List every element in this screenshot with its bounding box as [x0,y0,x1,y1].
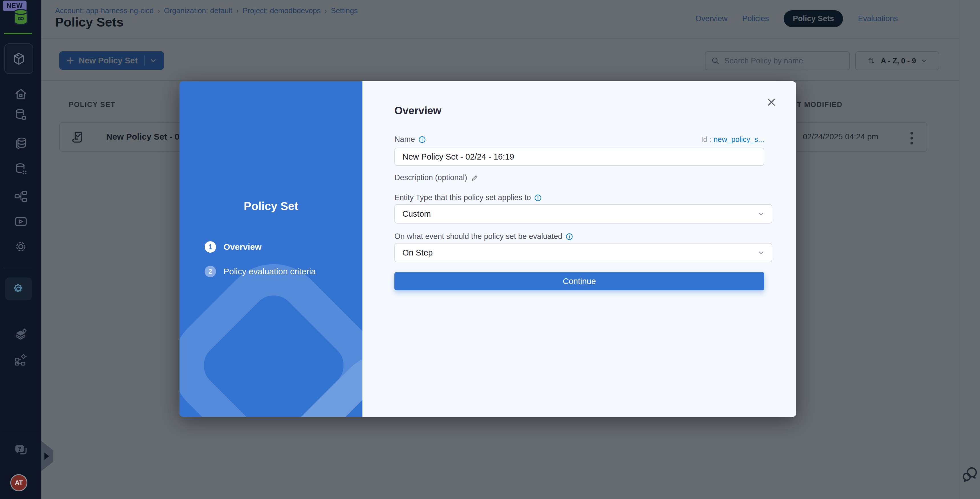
sidebar-item-pipelines[interactable] [0,190,41,203]
edit-pencil-icon[interactable] [471,174,479,182]
info-icon[interactable] [418,136,426,143]
database-gear-icon [14,108,28,122]
name-input[interactable] [395,148,764,166]
sidebar-divider [4,268,32,268]
entity-type-label: Entity Type that this policy set applies… [395,193,531,202]
entity-id: Id : new_policy_s... [701,135,764,144]
policy-sets-page: Account: app-harness-ng-cicd › Organizat… [0,0,980,499]
sidebar-item-environments[interactable] [0,328,41,341]
layers-gear-icon [14,328,28,341]
svg-text:?: ? [18,446,21,452]
user-avatar[interactable]: AT [10,474,27,491]
svg-text:∞: ∞ [17,13,25,23]
event-label: On what event should the policy set be e… [395,232,562,241]
sidebar-item-home[interactable] [0,87,41,101]
wizard-steps: 1 Overview 2 Policy evaluation criteria [205,241,316,290]
policy-set-wizard-modal: Policy Set 1 Overview 2 Policy evaluatio… [180,81,796,417]
step-label: Policy evaluation criteria [223,266,316,276]
entity-type-select[interactable]: Custom [395,204,772,223]
description-label-row: Description (optional) [395,173,479,182]
sidebar-item-db-instances[interactable] [0,162,41,176]
sidebar-item-db-settings[interactable] [0,108,41,122]
step-label: Overview [223,242,261,252]
wizard-step-evaluation-criteria[interactable]: 2 Policy evaluation criteria [205,266,316,277]
database-stack-icon [14,136,28,150]
info-icon[interactable] [566,233,573,241]
description-label: Description (optional) [395,173,467,182]
continue-button[interactable]: Continue [395,272,764,290]
form-heading: Overview [395,105,441,117]
settings-gear-active-icon [12,282,25,296]
sidebar-item-help[interactable]: ? [0,443,41,458]
chevron-down-icon [757,249,765,257]
entity-type-label-row: Entity Type that this policy set applies… [395,193,542,202]
wizard-form-panel: Overview Name Id : new_policy_s... Descr… [363,81,796,417]
event-select[interactable]: On Step [395,243,772,262]
id-value-link[interactable]: new_policy_s... [713,135,764,143]
package-icon [12,52,26,66]
id-label: Id : [701,135,711,143]
close-icon[interactable] [764,95,778,110]
video-play-icon [14,215,28,228]
wizard-step-overview[interactable]: 1 Overview [205,241,316,253]
home-icon [14,87,28,101]
chevron-down-icon [757,210,765,218]
sidebar-item-db-stack[interactable] [0,136,41,150]
gear-icon [14,240,28,253]
sidebar-divider [2,431,39,431]
event-label-row: On what event should the policy set be e… [395,232,573,241]
logo-underline [4,33,32,34]
info-icon[interactable] [534,194,542,202]
step-number: 2 [205,266,216,277]
database-grid-icon [14,162,28,176]
step-number: 1 [205,241,216,253]
workflow-gear-icon [14,352,28,366]
wizard-title: Policy Set [180,200,363,213]
sidebar-item-executions[interactable] [0,215,41,228]
entity-type-value: Custom [402,209,431,218]
sidebar-item-settings-active[interactable] [5,277,32,300]
database-infinity-logo[interactable]: ∞ [0,8,41,26]
pipeline-tree-icon [14,190,28,203]
sidebar-item-infrastructure[interactable] [0,352,41,366]
help-chat-icon: ? [13,443,28,458]
sidebar: NEW ∞ [0,0,41,499]
name-label-row: Name [395,135,426,144]
event-value: On Step [402,248,433,257]
sidebar-item-config[interactable] [0,240,41,253]
name-label: Name [395,135,415,144]
sidebar-item-module[interactable] [4,43,33,74]
wizard-side-panel: Policy Set 1 Overview 2 Policy evaluatio… [180,81,363,417]
